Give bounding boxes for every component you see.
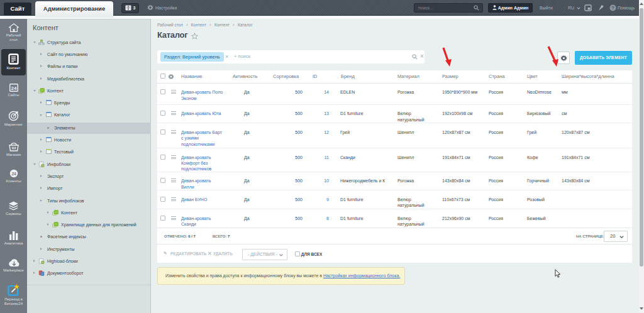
svg-text:24: 24	[11, 172, 16, 176]
svg-text:?: ?	[611, 5, 614, 11]
svg-text:24: 24	[11, 85, 16, 91]
